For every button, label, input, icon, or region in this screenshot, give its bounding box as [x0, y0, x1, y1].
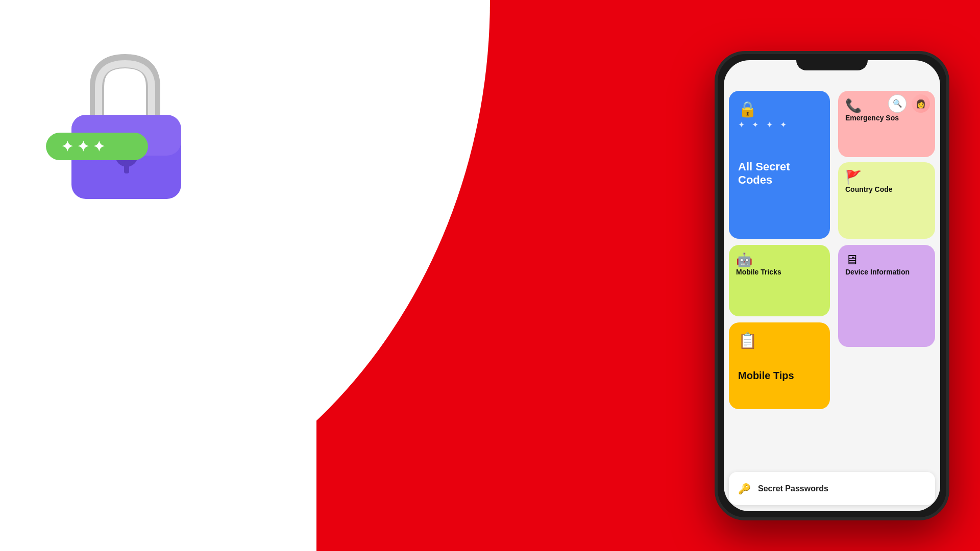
main-title: Secret Codes	[51, 319, 318, 361]
mobile-tricks-card[interactable]: 🤖 Mobile Tricks	[729, 245, 830, 316]
key-icon: 🔑	[738, 483, 751, 495]
mobile-tricks-label: Mobile Tricks	[736, 268, 823, 277]
country-code-card[interactable]: 🚩 Country Code	[838, 162, 935, 239]
phone-notch	[796, 54, 868, 70]
svg-rect-3	[124, 161, 129, 173]
mobile-tricks-icon: 🤖	[736, 252, 823, 268]
secret-passwords-bar[interactable]: 🔑 Secret Passwords	[729, 472, 935, 505]
country-code-icon: 🚩	[845, 169, 928, 185]
dots-display: ✦ ✦ ✦ ✦	[738, 120, 821, 130]
phone-header: 🔍 👩	[724, 91, 935, 116]
search-button[interactable]: 🔍	[888, 94, 906, 113]
svg-text:✦ ✦ ✦: ✦ ✦ ✦	[61, 139, 105, 155]
sub-title: Master All Your PhoneSecret Codes	[51, 375, 318, 439]
device-info-label: Device Information	[845, 268, 928, 277]
text-content-area: Secret Codes Master All Your PhoneSecret…	[51, 319, 318, 439]
phone-content: 🔍 👩 🔒 ✦ ✦ ✦ ✦ All Secret Codes 📞 E	[724, 77, 940, 511]
mobile-tips-card[interactable]: 📋 Mobile Tips	[729, 322, 830, 409]
lock-illustration: ✦ ✦ ✦	[31, 31, 225, 224]
phone-frame: 🔍 👩 🔒 ✦ ✦ ✦ ✦ All Secret Codes 📞 E	[715, 51, 949, 520]
all-secret-codes-label: All Secret Codes	[738, 160, 821, 187]
mobile-tips-label: Mobile Tips	[738, 370, 821, 382]
avatar-button[interactable]: 👩	[912, 94, 930, 113]
device-information-card[interactable]: 🖥 Device Information	[838, 245, 935, 347]
avatar-icon: 👩	[916, 99, 926, 109]
search-icon: 🔍	[893, 99, 902, 108]
device-info-icon: 🖥	[845, 252, 928, 268]
country-code-label: Country Code	[845, 185, 928, 194]
secret-passwords-label: Secret Passwords	[758, 484, 828, 493]
mobile-tips-icon: 📋	[738, 332, 821, 349]
phone-screen: 🔍 👩 🔒 ✦ ✦ ✦ ✦ All Secret Codes 📞 E	[724, 60, 940, 511]
phone-mockup: 🔍 👩 🔒 ✦ ✦ ✦ ✦ All Secret Codes 📞 E	[715, 51, 949, 520]
